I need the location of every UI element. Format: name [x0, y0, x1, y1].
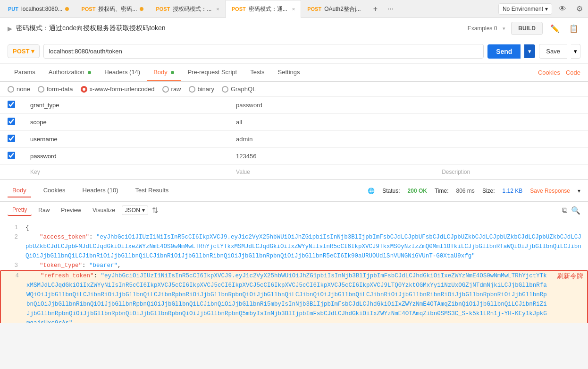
json-right-actions: ⧉ 🔍	[562, 206, 580, 215]
json-tab-raw[interactable]: Raw	[34, 205, 54, 215]
copy-icon[interactable]: 📋	[567, 22, 580, 35]
edit-icon[interactable]: ✏️	[548, 22, 562, 35]
tab-headers[interactable]: Headers (14)	[98, 64, 147, 81]
settings-icon[interactable]: ⚙	[573, 2, 586, 16]
radio-binary-circle	[189, 86, 195, 93]
code-line: 2 "access_token": "eyJhbGciOiJIUzI1NiIsI…	[0, 232, 588, 261]
tab-5-label: OAuth2整合j...	[324, 5, 361, 13]
examples-button[interactable]: Examples 0	[468, 25, 497, 32]
tab-settings[interactable]: Settings	[271, 64, 307, 81]
line-content: "refresh_token": "eyJhbGciOiJIUzI1NiIsIn…	[26, 271, 547, 323]
environment-selector[interactable]: No Environment ▾	[498, 3, 552, 15]
json-tab-preview[interactable]: Preview	[56, 205, 86, 215]
save-button[interactable]: Save	[539, 44, 567, 59]
response-bar: Body Cookies Headers (10) Test Results 🌐…	[0, 180, 588, 202]
json-format-selector[interactable]: JSON ▾	[122, 206, 148, 215]
param-checkbox-2[interactable]	[8, 135, 15, 142]
save-response-button[interactable]: Save Response	[530, 188, 570, 194]
radio-binary[interactable]: binary	[189, 86, 214, 93]
status-label: Status:	[382, 188, 400, 194]
send-button[interactable]: Send	[487, 44, 521, 59]
add-tab-button[interactable]: +	[369, 2, 382, 16]
url-bar: POST ▾ Send ▾ Save ▾	[0, 39, 588, 64]
param-value-0: password	[228, 97, 434, 114]
tab-4-label: 密码模式：通...	[249, 5, 287, 13]
radio-none-circle	[8, 86, 14, 93]
env-chevron-icon: ▾	[545, 6, 548, 12]
build-button[interactable]: BUILD	[511, 22, 543, 35]
radio-graphql[interactable]: GraphQL	[222, 86, 256, 93]
tab-3-close[interactable]: ×	[216, 6, 219, 12]
search-icon[interactable]: 🔍	[571, 206, 580, 215]
sort-icon[interactable]: ⇅	[152, 206, 158, 215]
url-input[interactable]	[43, 44, 484, 59]
tab-4-close[interactable]: ×	[292, 6, 295, 12]
param-key-1: scope	[23, 114, 228, 131]
more-tabs-button[interactable]: ···	[384, 2, 397, 16]
resp-tab-cookies[interactable]: Cookies	[39, 184, 70, 197]
save-dropdown-button[interactable]: ▾	[571, 44, 580, 59]
radio-raw-circle	[162, 86, 169, 93]
tab-3[interactable]: POST 授权码模式：... ×	[150, 0, 225, 18]
line-number: 2	[4, 232, 18, 261]
param-key-2: username	[23, 131, 228, 148]
tab-body[interactable]: Body	[147, 64, 181, 81]
param-checkbox-cell-2	[0, 131, 23, 148]
json-tab-visualize[interactable]: Visualize	[88, 205, 120, 215]
examples-chevron: ▾	[503, 26, 505, 32]
body-dot	[171, 71, 174, 74]
auth-dot	[88, 71, 91, 74]
send-dropdown-button[interactable]: ▾	[524, 44, 535, 58]
radio-form-data-circle	[38, 86, 44, 93]
tab-2-label: 授权码、密码...	[98, 5, 137, 13]
copy-response-icon[interactable]: ⧉	[562, 206, 567, 215]
tab-2-method: POST	[81, 6, 95, 12]
param-checkbox-0[interactable]	[8, 101, 15, 108]
radio-urlencoded[interactable]: x-www-form-urlencoded	[81, 86, 155, 93]
tab-4[interactable]: POST 密码模式：通... ×	[226, 0, 301, 18]
expand-icon[interactable]: ▶	[8, 25, 12, 32]
param-checkbox-1[interactable]	[8, 118, 15, 125]
time-label: Time:	[435, 188, 449, 194]
param-value-1: all	[228, 114, 434, 131]
table-row: scope all	[0, 114, 588, 131]
tab-5[interactable]: POST OAuth2整合j...	[301, 0, 367, 18]
radio-form-data[interactable]: form-data	[38, 86, 73, 93]
tab-pre-request[interactable]: Pre-request Script	[181, 64, 244, 81]
env-label: No Environment	[503, 6, 543, 12]
body-type-row: none form-data x-www-form-urlencoded raw…	[0, 82, 588, 97]
tab-tests[interactable]: Tests	[244, 64, 271, 81]
tab-authorization[interactable]: Authorization	[42, 64, 98, 81]
tab-5-method: POST	[307, 6, 321, 12]
cookies-link[interactable]: Cookies	[538, 69, 560, 76]
line-content: "token_type": "bearer",	[25, 261, 584, 270]
json-format-chevron-icon: ▾	[142, 207, 145, 214]
code-link[interactable]: Code	[566, 69, 580, 76]
tab-1[interactable]: PUT localhost:8080...	[2, 0, 75, 18]
table-row: grant_type password	[0, 97, 588, 114]
resp-tab-headers[interactable]: Headers (10)	[78, 184, 123, 197]
radio-none[interactable]: none	[8, 86, 30, 93]
refresh-hint: 刷新令牌	[557, 271, 583, 323]
method-selector[interactable]: POST ▾	[8, 44, 40, 58]
json-tab-pretty[interactable]: Pretty	[8, 205, 32, 216]
method-label: POST	[13, 48, 29, 55]
radio-urlencoded-label: x-www-form-urlencoded	[90, 86, 155, 93]
resp-tab-body[interactable]: Body	[8, 184, 31, 197]
tab-1-dot	[65, 7, 69, 11]
json-format-label: JSON	[125, 207, 140, 214]
param-checkbox-3[interactable]	[8, 152, 15, 159]
tab-params[interactable]: Params	[8, 64, 42, 81]
tab-3-method: POST	[156, 6, 170, 12]
tab-2[interactable]: POST 授权码、密码...	[75, 0, 150, 18]
response-status-area: 🌐 Status: 200 OK Time: 806 ms Size: 1.12…	[368, 188, 580, 194]
radio-raw[interactable]: raw	[162, 86, 181, 93]
table-row: password 123456	[0, 148, 588, 165]
param-desc-4: Description	[434, 165, 588, 180]
size-label: Size:	[482, 188, 495, 194]
line-number: 3	[4, 261, 18, 270]
param-checkbox-cell-1	[0, 114, 23, 131]
eye-icon[interactable]: 👁	[556, 2, 569, 16]
resp-tab-test-results[interactable]: Test Results	[130, 184, 173, 197]
param-desc-0	[434, 97, 588, 114]
